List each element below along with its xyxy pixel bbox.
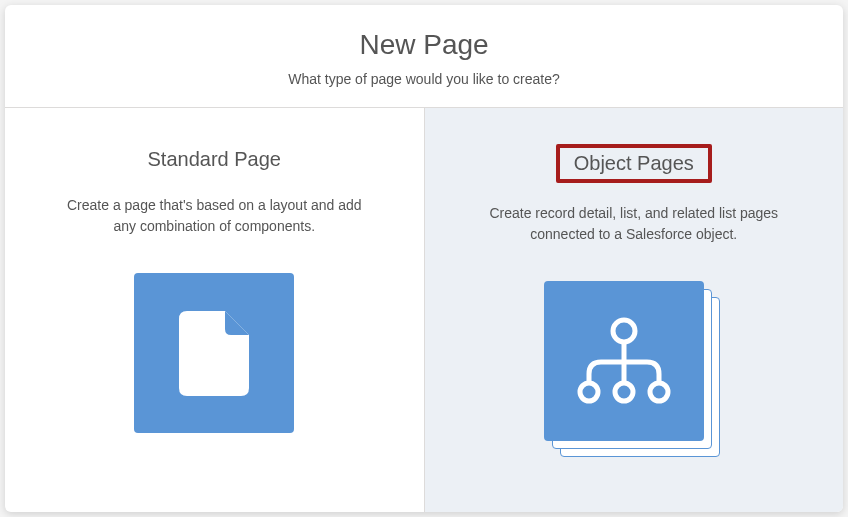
option-standard-description: Create a page that's based on a layout a…	[59, 195, 369, 237]
option-object-pages[interactable]: Object Pages Create record detail, list,…	[425, 108, 844, 512]
new-page-modal: New Page What type of page would you lik…	[5, 5, 843, 512]
svg-point-5	[650, 383, 668, 401]
modal-subtitle: What type of page would you like to crea…	[25, 71, 823, 87]
standard-page-tile	[124, 273, 304, 453]
option-object-title: Object Pages	[556, 144, 712, 183]
object-pages-tile-stack	[544, 281, 724, 461]
svg-point-3	[580, 383, 598, 401]
options-row: Standard Page Create a page that's based…	[5, 108, 843, 512]
page-icon-tile	[134, 273, 294, 433]
hierarchy-icon	[574, 316, 674, 406]
option-standard-page[interactable]: Standard Page Create a page that's based…	[5, 108, 424, 512]
svg-point-4	[615, 383, 633, 401]
page-icon	[179, 311, 249, 396]
option-standard-title: Standard Page	[134, 144, 295, 175]
modal-header: New Page What type of page would you lik…	[5, 5, 843, 108]
svg-point-2	[613, 320, 635, 342]
object-icon-tile	[544, 281, 704, 441]
option-object-description: Create record detail, list, and related …	[479, 203, 789, 245]
modal-title: New Page	[25, 29, 823, 61]
